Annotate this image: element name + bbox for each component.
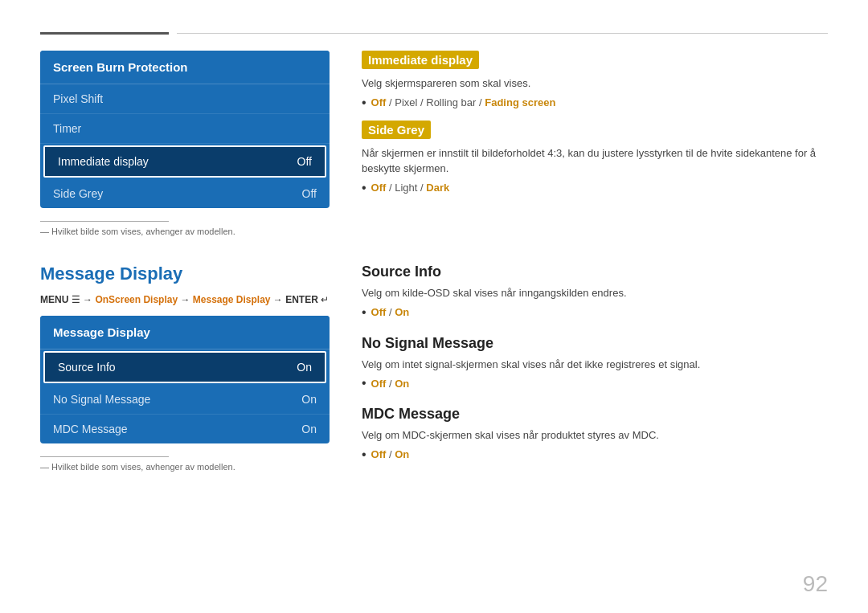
mdc-message-options-text: Off / On xyxy=(371,448,410,460)
side-grey-options: • Off / Light / Dark xyxy=(362,182,828,194)
page: Screen Burn Protection Pixel Shift Timer… xyxy=(0,0,868,613)
page-number: 92 xyxy=(803,571,828,597)
menu-item-value: Off xyxy=(297,155,312,168)
bottom-right-panel: Source Info Velg om kilde-OSD skal vises… xyxy=(362,264,828,477)
source-info-options-text: Off / On xyxy=(371,306,410,318)
no-signal-options-text: Off / On xyxy=(371,378,410,390)
message-display-menu: Message Display Source Info On No Signal… xyxy=(40,316,330,443)
screen-burn-menu: Screen Burn Protection Pixel Shift Timer… xyxy=(40,51,330,208)
side-grey-section: Side Grey Når skjermen er innstilt til b… xyxy=(362,121,828,194)
source-info-section: Source Info Velg om kilde-OSD skal vises… xyxy=(362,264,828,319)
no-signal-options: • Off / On xyxy=(362,377,828,390)
menu-item-mdc[interactable]: MDC Message On xyxy=(40,415,330,443)
immediate-display-options: • Off / Pixel / Rolling bar / Fading scr… xyxy=(362,96,828,109)
menu-item-value: On xyxy=(301,423,317,435)
message-display-heading: Message Display xyxy=(40,264,330,284)
menu-label: MENU xyxy=(40,294,68,305)
menu-item-label: Side Grey xyxy=(53,187,103,200)
menu-item-value: On xyxy=(297,361,312,374)
enter-icon: ↵ xyxy=(321,294,329,305)
menu-item-label: No Signal Message xyxy=(53,393,150,406)
screen-burn-title: Screen Burn Protection xyxy=(40,51,330,84)
menu-item-immediate[interactable]: Immediate display Off xyxy=(43,145,326,178)
arrow-icon-2: → xyxy=(180,294,192,305)
bullet-dot: • xyxy=(362,96,366,109)
menu-item-sidegrey[interactable]: Side Grey Off xyxy=(40,179,330,208)
side-grey-title: Side Grey xyxy=(362,121,431,139)
menu-icon: ☰ xyxy=(72,294,83,305)
divider-short xyxy=(40,32,169,35)
no-signal-section: No Signal Message Velg om intet signal-s… xyxy=(362,335,828,390)
menu-item-timer[interactable]: Timer xyxy=(40,114,330,144)
side-grey-desc: Når skjermen er innstilt til bildeforhol… xyxy=(362,145,828,177)
bullet-dot: • xyxy=(362,306,366,319)
footnote-divider xyxy=(40,221,169,222)
bottom-footnote: ― Hvilket bilde som vises, avhenger av m… xyxy=(40,462,330,472)
screen-burn-panel: Screen Burn Protection Pixel Shift Timer… xyxy=(40,51,330,239)
immediate-display-desc: Velg skjermspareren som skal vises. xyxy=(362,76,828,92)
source-info-title: Source Info xyxy=(362,264,828,280)
top-dividers xyxy=(40,32,828,35)
top-section: Screen Burn Protection Pixel Shift Timer… xyxy=(40,51,828,239)
arrow-icon-3: → xyxy=(273,294,285,305)
menu-item-label: Pixel Shift xyxy=(53,92,103,105)
bottom-footnote-divider xyxy=(40,456,169,457)
message-display-link[interactable]: Message Display xyxy=(193,294,271,305)
source-info-options: • Off / On xyxy=(362,306,828,319)
message-display-panel: Message Display MENU ☰ → OnScreen Displa… xyxy=(40,264,330,477)
menu-item-label: Source Info xyxy=(58,361,116,374)
divider-long xyxy=(177,33,828,34)
bottom-section: Message Display MENU ☰ → OnScreen Displa… xyxy=(40,264,828,477)
enter-label: ENTER xyxy=(285,294,318,305)
mdc-message-title: MDC Message xyxy=(362,406,828,423)
menu-item-sourceinfo[interactable]: Source Info On xyxy=(43,351,326,383)
source-info-desc: Velg om kilde-OSD skal vises når inngang… xyxy=(362,285,828,301)
immediate-options-text: Off / Pixel / Rolling bar / Fading scree… xyxy=(371,96,556,108)
mdc-message-options: • Off / On xyxy=(362,448,828,461)
menu-item-value: On xyxy=(301,393,317,406)
bullet-dot: • xyxy=(362,448,366,461)
bullet-dot: • xyxy=(362,377,366,390)
immediate-display-title: Immediate display xyxy=(362,51,479,69)
menu-item-label: MDC Message xyxy=(53,423,128,435)
arrow-icon: → xyxy=(83,294,95,305)
onscreen-display-link[interactable]: OnScreen Display xyxy=(95,294,178,305)
menu-item-value: Off xyxy=(302,187,317,200)
mdc-message-section: MDC Message Velg om MDC-skjermen skal vi… xyxy=(362,406,828,461)
menu-item-label: Immediate display xyxy=(58,155,149,168)
top-footnote: ― Hvilket bilde som vises, avhenger av m… xyxy=(40,227,330,236)
side-grey-options-text: Off / Light / Dark xyxy=(371,182,450,194)
menu-item-nosignal[interactable]: No Signal Message On xyxy=(40,385,330,415)
message-display-title: Message Display xyxy=(40,316,330,349)
bullet-dot: • xyxy=(362,182,366,194)
mdc-message-desc: Velg om MDC-skjermen skal vises når prod… xyxy=(362,427,828,443)
no-signal-title: No Signal Message xyxy=(362,335,828,352)
no-signal-desc: Velg om intet signal-skjermen skal vises… xyxy=(362,357,828,373)
top-right-panel: Immediate display Velg skjermspareren so… xyxy=(362,51,828,239)
menu-item-pixelshift[interactable]: Pixel Shift xyxy=(40,84,330,114)
menu-item-label: Timer xyxy=(53,122,81,135)
immediate-display-section: Immediate display Velg skjermspareren so… xyxy=(362,51,828,109)
breadcrumb: MENU ☰ → OnScreen Display → Message Disp… xyxy=(40,292,330,308)
